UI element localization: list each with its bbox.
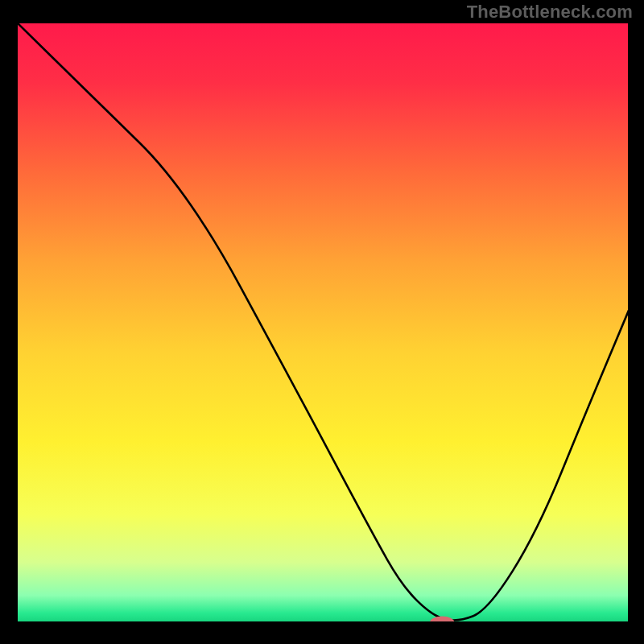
bottleneck-chart xyxy=(0,0,644,644)
chart-frame: TheBottleneck.com xyxy=(0,0,644,644)
watermark-text: TheBottleneck.com xyxy=(467,2,633,23)
